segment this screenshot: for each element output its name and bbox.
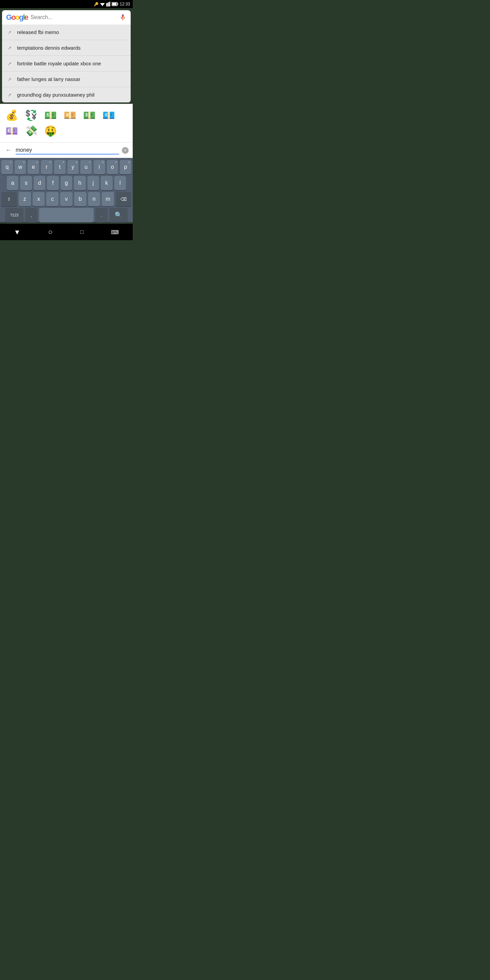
emoji-yen-banknote[interactable]: 💴: [61, 108, 79, 123]
key-m[interactable]: m: [102, 192, 114, 206]
google-logo: Google: [6, 13, 28, 22]
key-a[interactable]: a: [7, 176, 18, 190]
key-shift[interactable]: ⇧: [2, 192, 17, 206]
key-h[interactable]: h: [74, 176, 86, 190]
key-g[interactable]: g: [60, 176, 72, 190]
key-w[interactable]: 2w: [14, 160, 26, 174]
status-bar: 🔑 12:33: [0, 0, 133, 8]
key-l[interactable]: l: [115, 176, 126, 190]
emoji-grid: 💰 💱 💵 💴 💵 💶 💷 💸 🤑: [0, 104, 133, 142]
key-search[interactable]: 🔍: [109, 208, 127, 222]
key-n[interactable]: n: [88, 192, 100, 206]
svg-rect-2: [107, 3, 108, 6]
key-comma[interactable]: ,: [25, 208, 37, 222]
mic-icon[interactable]: [119, 14, 127, 21]
key-z[interactable]: z: [19, 192, 31, 206]
emoji-euro-banknote[interactable]: 💶: [100, 108, 118, 123]
suggestion-text-5: groundhog day punxsutawney phil: [17, 92, 95, 98]
suggestion-item-4[interactable]: ↗ father lunges at larry nassar: [2, 72, 130, 87]
emoji-dollar-sign[interactable]: 💵: [41, 108, 60, 123]
suggestion-text-1: released fbi memo: [17, 29, 59, 35]
emoji-money-face[interactable]: 🤑: [41, 124, 60, 138]
key-e[interactable]: 3e: [27, 160, 39, 174]
key-p[interactable]: 0p: [120, 160, 131, 174]
trending-icon-4: ↗: [8, 76, 11, 82]
trending-icon-3: ↗: [8, 61, 11, 66]
svg-rect-3: [108, 2, 109, 7]
key-b[interactable]: b: [74, 192, 86, 206]
key-o[interactable]: 9o: [107, 160, 118, 174]
key-delete[interactable]: ⌫: [116, 192, 131, 206]
keyboard-row-3: ⇧ z x c v b n m ⌫: [0, 192, 133, 206]
key-q[interactable]: 1q: [2, 160, 13, 174]
emoji-back-button[interactable]: ←: [4, 145, 13, 155]
suggestion-text-3: fortnite battle royale update xbox one: [17, 60, 101, 66]
nav-home-button[interactable]: ○: [48, 228, 52, 237]
key-x[interactable]: x: [33, 192, 45, 206]
key-c[interactable]: c: [46, 192, 59, 206]
emoji-money-bag[interactable]: 💰: [3, 108, 21, 123]
emoji-currency-exchange[interactable]: 💱: [22, 108, 40, 123]
emoji-search-area: 💰 💱 💵 💴 💵 💶 💷 💸 🤑 ← ×: [0, 104, 133, 158]
search-input[interactable]: [30, 14, 116, 21]
key-space[interactable]: [39, 208, 94, 222]
trending-icon-5: ↗: [8, 92, 11, 98]
svg-rect-4: [109, 2, 110, 6]
suggestion-item-5[interactable]: ↗ groundhog day punxsutawney phil: [2, 87, 130, 102]
suggestions-list: ↗ released fbi memo ↗ temptations dennis…: [2, 24, 130, 102]
svg-rect-7: [112, 3, 116, 5]
suggestion-item-3[interactable]: ↗ fortnite battle royale update xbox one: [2, 56, 130, 72]
key-y[interactable]: 6y: [67, 160, 79, 174]
key-t[interactable]: 5t: [54, 160, 66, 174]
trending-icon-2: ↗: [8, 45, 11, 51]
svg-rect-1: [106, 3, 107, 6]
nav-back-button[interactable]: ▼: [14, 228, 21, 236]
key-i[interactable]: 8i: [94, 160, 105, 174]
key-d[interactable]: d: [34, 176, 45, 190]
keyboard: 1q 2w 3e 4r 5t 6y 7u 8i 9o 0p a s d f g …: [0, 158, 133, 222]
trending-icon-1: ↗: [8, 30, 11, 35]
wifi-icon: [100, 2, 105, 6]
keyboard-row-1: 1q 2w 3e 4r 5t 6y 7u 8i 9o 0p: [0, 160, 133, 174]
nav-recents-button[interactable]: □: [80, 229, 84, 235]
key-v[interactable]: v: [60, 192, 73, 206]
svg-rect-6: [118, 3, 118, 5]
key-f[interactable]: f: [47, 176, 59, 190]
suggestion-item-2[interactable]: ↗ temptations dennis edwards: [2, 40, 130, 56]
emoji-pound-banknote[interactable]: 💷: [3, 124, 21, 138]
keyboard-row-4: ?123 , . 🔍: [0, 208, 133, 222]
battery-icon: [111, 2, 118, 6]
key-k[interactable]: k: [101, 176, 112, 190]
signal-icon: [106, 2, 110, 6]
key-u[interactable]: 7u: [80, 160, 92, 174]
emoji-money-wings[interactable]: 💸: [22, 124, 40, 138]
key-j[interactable]: j: [88, 176, 99, 190]
nav-bar: ▼ ○ □ ⌨: [0, 224, 133, 240]
emoji-dollar-banknote[interactable]: 💵: [80, 108, 98, 123]
search-bar: Google: [2, 10, 130, 24]
emoji-search-input[interactable]: [16, 146, 119, 154]
search-container: Google ↗ released fbi memo ↗ temptations…: [2, 10, 130, 102]
key-s[interactable]: s: [20, 176, 32, 190]
status-time: 12:33: [120, 2, 130, 6]
key-r[interactable]: 4r: [41, 160, 52, 174]
emoji-search-bar: ← ×: [0, 142, 133, 158]
emoji-clear-button[interactable]: ×: [122, 147, 129, 154]
status-icons: 🔑 12:33: [94, 2, 130, 6]
suggestion-text-4: father lunges at larry nassar: [17, 76, 80, 82]
key-period[interactable]: .: [95, 208, 108, 222]
nav-keyboard-button[interactable]: ⌨: [111, 229, 119, 235]
key-sym[interactable]: ?123: [5, 208, 24, 222]
suggestion-text-2: temptations dennis edwards: [17, 45, 81, 51]
svg-marker-0: [100, 3, 105, 6]
suggestion-item-1[interactable]: ↗ released fbi memo: [2, 24, 130, 40]
key-icon: 🔑: [94, 2, 99, 6]
keyboard-row-2: a s d f g h j k l: [0, 176, 133, 190]
